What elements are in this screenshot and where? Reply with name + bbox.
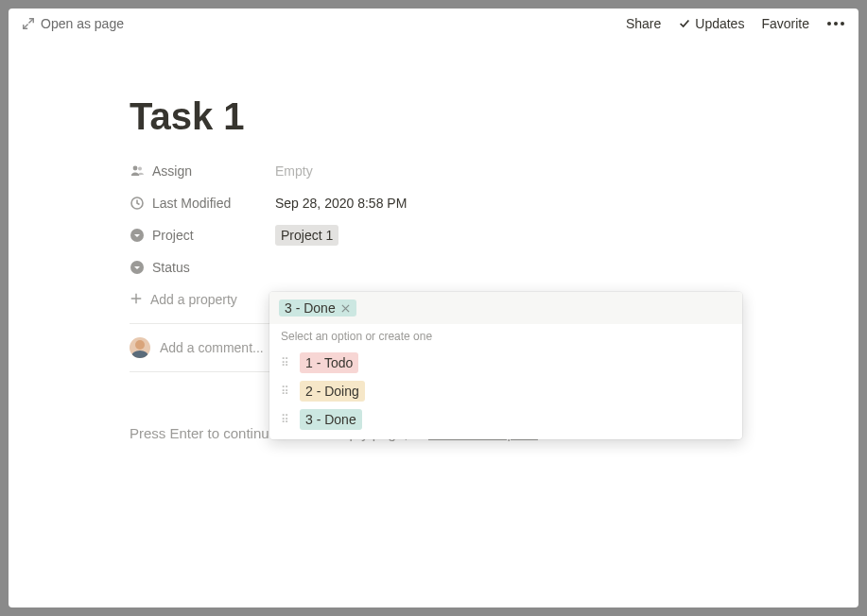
drag-handle-icon[interactable]: ⠿ [281, 413, 292, 426]
topbar: Open as page Share Updates Favorite [9, 9, 858, 39]
check-icon [678, 17, 691, 30]
remove-tag-button[interactable] [339, 301, 353, 315]
svg-point-3 [133, 166, 138, 171]
property-value-project[interactable]: Project 1 [275, 225, 736, 246]
plus-icon [130, 292, 143, 308]
property-label-last-modified[interactable]: Last Modified [130, 196, 275, 211]
page-modal: Open as page Share Updates Favorite [9, 9, 858, 607]
clock-icon [130, 196, 145, 211]
updates-label: Updates [695, 16, 744, 31]
expand-icon [22, 17, 35, 30]
status-option-done[interactable]: ⠿ 3 - Done [269, 405, 742, 434]
svg-point-4 [138, 167, 142, 171]
dropdown-hint: Select an option or create one [269, 324, 742, 349]
svg-point-2 [841, 22, 844, 26]
avatar [130, 337, 150, 358]
option-tag: 3 - Done [300, 409, 362, 430]
property-row-project: Project Project 1 [130, 219, 736, 251]
property-row-last-modified: Last Modified Sep 28, 2020 8:58 PM [130, 187, 736, 219]
status-option-todo[interactable]: ⠿ 1 - Todo [269, 349, 742, 377]
status-select-dropdown: 3 - Done Select an option or create one … [269, 292, 742, 439]
status-option-doing[interactable]: ⠿ 2 - Doing [269, 377, 742, 405]
property-label-text: Project [152, 228, 194, 243]
svg-point-1 [834, 22, 838, 26]
select-icon [130, 260, 145, 275]
drag-handle-icon[interactable]: ⠿ [281, 385, 292, 398]
person-icon [130, 163, 145, 179]
selected-status-label: 3 - Done [285, 300, 336, 316]
property-label-text: Last Modified [152, 196, 231, 211]
property-label-status[interactable]: Status [130, 260, 275, 275]
property-value-assign[interactable]: Empty [275, 163, 736, 179]
option-tag: 1 - Todo [300, 352, 358, 373]
dropdown-selected-row[interactable]: 3 - Done [269, 292, 742, 324]
share-button[interactable]: Share [626, 16, 661, 31]
property-label-text: Status [152, 260, 190, 275]
content-scroll[interactable]: Task 1 Assign [9, 39, 858, 607]
property-label-assign[interactable]: Assign [130, 163, 275, 179]
select-icon [130, 228, 145, 243]
favorite-button[interactable]: Favorite [761, 16, 809, 31]
property-row-assign: Assign Empty [130, 155, 736, 187]
add-property-label: Add a property [150, 292, 237, 307]
property-value-last-modified[interactable]: Sep 28, 2020 8:58 PM [275, 196, 736, 211]
property-label-project[interactable]: Project [130, 228, 275, 243]
project-tag: Project 1 [275, 225, 338, 246]
page-title[interactable]: Task 1 [130, 95, 736, 138]
dropdown-options: ⠿ 1 - Todo ⠿ 2 - Doing ⠿ 3 - Done [269, 349, 742, 439]
option-tag: 2 - Doing [300, 381, 365, 402]
comment-placeholder: Add a comment... [160, 340, 264, 355]
property-label-text: Assign [152, 163, 192, 179]
open-as-page-button[interactable]: Open as page [22, 16, 124, 31]
more-menu-button[interactable] [826, 21, 845, 26]
svg-point-0 [827, 22, 831, 26]
drag-handle-icon[interactable]: ⠿ [281, 356, 292, 369]
open-as-page-label: Open as page [41, 16, 124, 31]
property-row-status: Status [130, 251, 736, 283]
updates-button[interactable]: Updates [678, 16, 744, 31]
selected-status-tag: 3 - Done [279, 299, 356, 317]
